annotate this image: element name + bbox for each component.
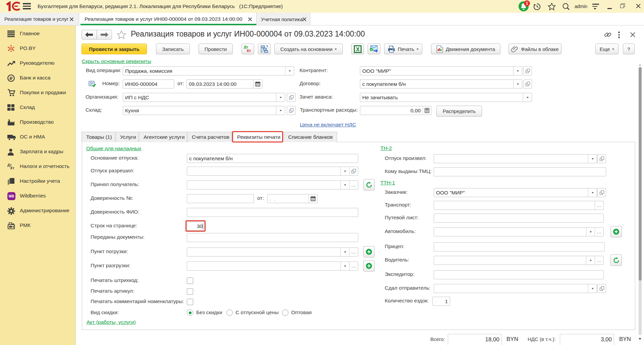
svg-text:X: X <box>356 46 360 52</box>
svg-text:P: P <box>10 76 13 81</box>
